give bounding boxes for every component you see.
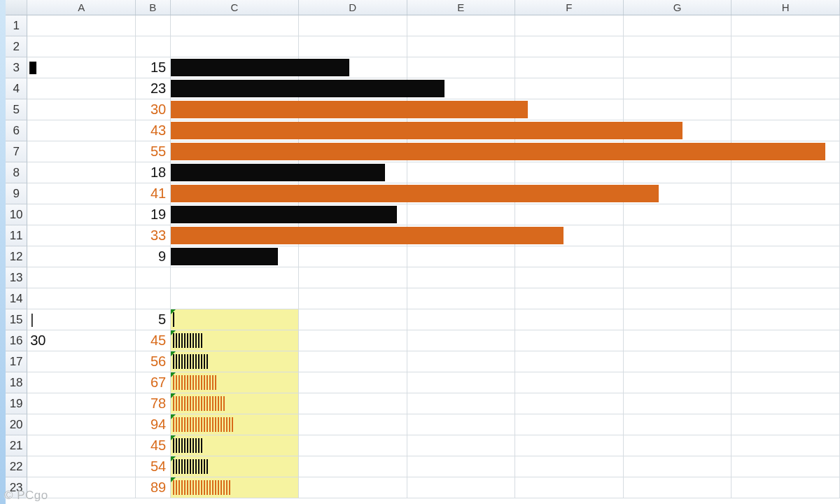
cell-G[interactable] <box>624 456 732 477</box>
cell-C[interactable] <box>171 351 299 372</box>
cell-F[interactable] <box>515 477 624 498</box>
cell-B[interactable]: 5 <box>136 309 171 330</box>
cell-B[interactable]: 89 <box>136 477 171 498</box>
cell-C[interactable] <box>171 162 299 183</box>
cell-C[interactable] <box>171 120 299 141</box>
cell-F[interactable] <box>515 15 624 36</box>
cell-F[interactable] <box>515 99 624 120</box>
row-header[interactable]: 6 <box>6 120 27 141</box>
cell-H[interactable] <box>732 393 840 414</box>
cell-B[interactable]: 43 <box>136 120 171 141</box>
cell-B[interactable]: 23 <box>136 78 171 99</box>
cell-A[interactable] <box>27 99 136 120</box>
cell-H[interactable] <box>732 36 840 57</box>
cell-E[interactable] <box>407 15 516 36</box>
cell-A[interactable] <box>27 351 136 372</box>
cell-D[interactable] <box>299 246 407 267</box>
cell-B[interactable] <box>136 36 171 57</box>
cell-B[interactable]: 56 <box>136 351 171 372</box>
cell-D[interactable] <box>299 309 407 330</box>
cell-H[interactable] <box>732 57 840 78</box>
cell-D[interactable] <box>299 288 407 309</box>
cell-A[interactable] <box>27 372 136 393</box>
cell-C[interactable] <box>171 267 299 288</box>
cell-A[interactable] <box>27 183 136 204</box>
row-header[interactable]: 5 <box>6 99 27 120</box>
cell-C[interactable] <box>171 183 299 204</box>
cell-B[interactable]: 78 <box>136 393 171 414</box>
cell-C[interactable] <box>171 435 299 456</box>
cell-H[interactable] <box>732 435 840 456</box>
column-header[interactable]: H <box>732 0 840 15</box>
cell-G[interactable] <box>624 267 732 288</box>
cell-A[interactable] <box>27 78 136 99</box>
row-header[interactable]: 15 <box>6 309 27 330</box>
cell-F[interactable] <box>515 393 624 414</box>
cell-C[interactable] <box>171 288 299 309</box>
row-header[interactable]: 20 <box>6 414 27 435</box>
row-header[interactable]: 11 <box>6 225 27 246</box>
cell-A[interactable] <box>27 456 136 477</box>
cell-H[interactable] <box>732 372 840 393</box>
cell-B[interactable] <box>136 288 171 309</box>
row-header[interactable]: 22 <box>6 456 27 477</box>
cell-B[interactable]: 9 <box>136 246 171 267</box>
cell-G[interactable] <box>624 246 732 267</box>
cell-H[interactable] <box>732 267 840 288</box>
cell-H[interactable] <box>732 162 840 183</box>
row-header[interactable]: 7 <box>6 141 27 162</box>
cell-F[interactable] <box>515 330 624 351</box>
cell-F[interactable] <box>515 414 624 435</box>
cell-E[interactable] <box>407 36 516 57</box>
cell-H[interactable] <box>732 15 840 36</box>
cell-A[interactable]: 30 <box>27 330 136 351</box>
cell-H[interactable] <box>732 288 840 309</box>
cell-C[interactable] <box>171 246 299 267</box>
cell-A[interactable] <box>27 36 136 57</box>
cell-E[interactable] <box>407 393 516 414</box>
row-header[interactable]: 4 <box>6 78 27 99</box>
cell-F[interactable] <box>515 435 624 456</box>
cell-C[interactable] <box>171 477 299 498</box>
cell-A[interactable] <box>27 15 136 36</box>
cell-E[interactable] <box>407 477 516 498</box>
column-header[interactable]: G <box>624 0 732 15</box>
grid-body[interactable]: 1231542353064375581894110191133129131415… <box>6 15 840 504</box>
cell-D[interactable] <box>299 414 407 435</box>
cell-G[interactable] <box>624 309 732 330</box>
select-all-corner[interactable] <box>6 0 27 15</box>
cell-B[interactable]: 55 <box>136 141 171 162</box>
cell-E[interactable] <box>407 435 516 456</box>
cell-H[interactable] <box>732 78 840 99</box>
cell-C[interactable] <box>171 456 299 477</box>
cell-H[interactable] <box>732 477 840 498</box>
cell-B[interactable] <box>136 15 171 36</box>
row-header[interactable]: 3 <box>6 57 27 78</box>
cell-B[interactable]: 18 <box>136 162 171 183</box>
cell-D[interactable] <box>299 393 407 414</box>
cell-G[interactable] <box>624 351 732 372</box>
row-header[interactable]: 16 <box>6 330 27 351</box>
cell-A[interactable] <box>27 393 136 414</box>
row-header[interactable]: 9 <box>6 183 27 204</box>
cell-G[interactable] <box>624 57 732 78</box>
column-header[interactable]: C <box>171 0 299 15</box>
cell-C[interactable] <box>171 99 299 120</box>
cell-B[interactable]: 41 <box>136 183 171 204</box>
cell-E[interactable] <box>407 57 516 78</box>
cell-C[interactable] <box>171 414 299 435</box>
cell-F[interactable] <box>515 78 624 99</box>
cell-D[interactable] <box>299 372 407 393</box>
row-header[interactable]: 14 <box>6 288 27 309</box>
cell-B[interactable]: 33 <box>136 225 171 246</box>
cell-G[interactable] <box>624 477 732 498</box>
cell-H[interactable] <box>732 330 840 351</box>
cell-C[interactable] <box>171 309 299 330</box>
cell-E[interactable] <box>407 414 516 435</box>
cell-F[interactable] <box>515 372 624 393</box>
cell-H[interactable] <box>732 120 840 141</box>
cell-G[interactable] <box>624 204 732 225</box>
cell-C[interactable] <box>171 372 299 393</box>
cell-A[interactable] <box>27 204 136 225</box>
cell-B[interactable]: 54 <box>136 456 171 477</box>
